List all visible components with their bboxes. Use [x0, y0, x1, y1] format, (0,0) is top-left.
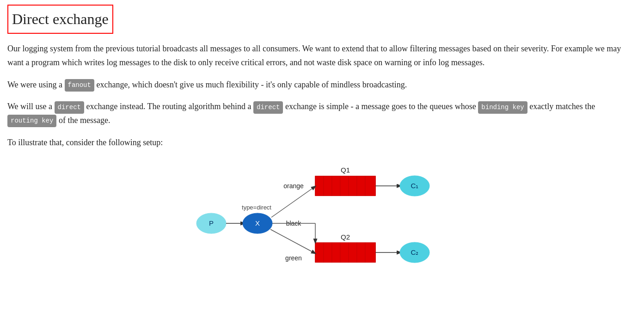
svg-rect-1 [315, 176, 324, 196]
svg-line-24 [270, 229, 315, 253]
svg-rect-18 [332, 243, 340, 262]
paragraph-3: We will use a direct exchange instead. T… [7, 100, 637, 127]
svg-line-13 [271, 186, 315, 217]
green-label: green [285, 254, 302, 262]
fanout-code: fanout [65, 79, 94, 92]
q2-label: Q2 [340, 233, 350, 241]
svg-rect-3 [332, 176, 340, 196]
svg-rect-17 [324, 243, 332, 262]
binding-key-code: binding key [478, 101, 527, 114]
paragraph-4: To illustrate that, consider the followi… [7, 136, 637, 150]
svg-rect-21 [357, 243, 365, 262]
x-label: X [255, 219, 259, 227]
p-label: P [209, 219, 213, 227]
svg-rect-16 [315, 243, 324, 262]
svg-rect-5 [349, 176, 357, 196]
orange-label: orange [283, 182, 304, 190]
svg-rect-20 [349, 243, 357, 262]
svg-rect-6 [357, 176, 365, 196]
svg-rect-22 [365, 243, 375, 262]
direct-code-1: direct [55, 101, 84, 114]
type-label: type=direct [242, 204, 271, 211]
exchange-diagram: Q1 C₁ P X type=direct orange black [174, 163, 470, 272]
svg-rect-4 [340, 176, 349, 196]
svg-rect-7 [365, 176, 375, 196]
page-title: Direct exchange [7, 5, 113, 34]
paragraph-2: We were using a fanout exchange, which d… [7, 78, 637, 92]
direct-code-2: direct [253, 101, 283, 114]
routing-key-code: routing key [7, 115, 56, 127]
q1-label: Q1 [340, 166, 350, 174]
diagram-container: Q1 C₁ P X type=direct orange black [7, 163, 637, 272]
svg-rect-19 [340, 243, 349, 262]
paragraph-1: Our logging system from the previous tut… [7, 42, 637, 69]
c1-label: C₁ [411, 182, 418, 190]
c2-label: C₂ [411, 248, 418, 256]
svg-rect-2 [324, 176, 332, 196]
